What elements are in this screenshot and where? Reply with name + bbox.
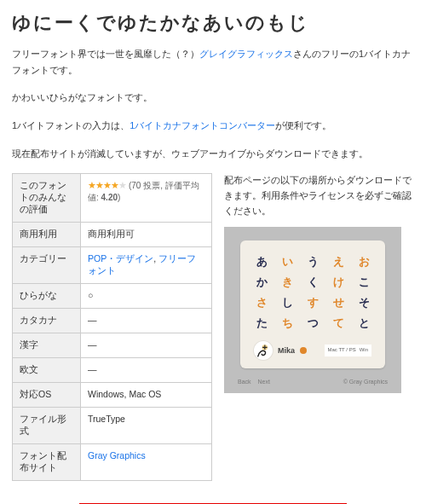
para2-pre: 1バイトフォントの入力は、: [12, 120, 130, 130]
intro-paragraph: フリーフォント界では一世を風靡した（？）グレイグラフィックスさんのフリーの1バイ…: [12, 46, 414, 78]
preview-panel: あ い う え お か き く け こ さ し す せ そ: [240, 240, 385, 368]
glyph: い: [281, 256, 293, 268]
row-value: ―: [81, 358, 212, 383]
glyph: し: [281, 297, 293, 309]
status-dot-icon: [300, 347, 307, 354]
preview-user-name: Mika: [278, 345, 295, 356]
paragraph-2: 1バイトフォントの入力は、1バイトカナフォントコンバーターが便利です。: [12, 118, 414, 134]
row-label: 商用利用: [13, 223, 81, 247]
table-row: このフォントのみんなの評価 ★★★★★ (70 投票, 評価平均値: 4.20): [13, 174, 212, 223]
row-label: カテゴリー: [13, 247, 81, 284]
avatar-row: Mika Mac TT / PSWin: [254, 341, 371, 360]
converter-link[interactable]: 1バイトカナフォントコンバーター: [130, 120, 275, 130]
glyph: と: [358, 317, 370, 329]
row-value: ○: [81, 284, 212, 309]
glyph: そ: [358, 297, 370, 309]
back-label: Back: [238, 377, 251, 386]
platform-chip: Mac TT / PSWin: [325, 345, 371, 356]
glyph: え: [332, 256, 344, 268]
row-label: カタカナ: [13, 309, 81, 333]
glyph: つ: [307, 317, 319, 329]
spec-table: このフォントのみんなの評価 ★★★★★ (70 投票, 評価平均値: 4.20)…: [12, 173, 212, 481]
intro-link[interactable]: グレイグラフィックス: [199, 49, 293, 59]
glyph: た: [256, 317, 268, 329]
row-value: ―: [81, 309, 212, 333]
glyph-grid: あ い う え お か き く け こ さ し す せ そ: [254, 256, 371, 329]
table-row: フォント配布サイト Gray Graphics: [13, 444, 212, 481]
glyph: け: [332, 276, 344, 288]
glyph: せ: [332, 297, 344, 309]
distributor-link[interactable]: Gray Graphics: [88, 450, 146, 461]
table-row: 欧文 ―: [13, 358, 212, 383]
glyph: う: [307, 256, 319, 268]
right-note: 配布ページの以下の場所からダウンロードできます。利用条件やライセンスを必ずご確認…: [224, 173, 414, 218]
table-row: ひらがな ○: [13, 284, 212, 309]
intro-pre: フリーフォント界では一世を風靡した（？）: [12, 49, 199, 59]
star-icon: ★★★★★: [88, 180, 126, 190]
font-preview-card: あ い う え お か き く け こ さ し す せ そ: [224, 227, 401, 393]
table-row: カタカナ ―: [13, 309, 212, 333]
row-value: TrueType: [81, 408, 212, 444]
table-row: 商用利用 商用利用可: [13, 223, 212, 247]
next-label: Next: [258, 377, 270, 386]
row-label: ファイル形式: [13, 408, 81, 444]
glyph: さ: [256, 297, 268, 309]
table-row: ファイル形式 TrueType: [13, 408, 212, 444]
avatar-icon: [254, 341, 273, 360]
glyph: こ: [358, 276, 370, 288]
row-label: フォント配布サイト: [13, 444, 81, 481]
table-row: カテゴリー POP・デザイン, フリーフォント: [13, 247, 212, 284]
row-value: ―: [81, 333, 212, 358]
row-label: ひらがな: [13, 284, 81, 309]
row-value: 商用利用可: [81, 223, 212, 247]
glyph: き: [281, 276, 293, 288]
category-link[interactable]: POP・デザイン: [88, 253, 153, 264]
preview-footer: Back Next © Gray Graphics: [224, 372, 401, 386]
para2-post: が便利です。: [275, 120, 331, 130]
glyph: く: [307, 276, 319, 288]
row-label: このフォントのみんなの評価: [13, 174, 81, 223]
glyph: お: [358, 256, 370, 268]
table-row: 対応OS Windows, Mac OS: [13, 383, 212, 408]
row-value: Windows, Mac OS: [81, 383, 212, 408]
row-label: 欧文: [13, 358, 81, 383]
paragraph-1: かわいいひらがなフォントです。: [12, 90, 414, 106]
glyph: あ: [256, 256, 268, 268]
page-title: ゆにーくでゆたかなあいのもじ: [12, 10, 414, 36]
glyph: か: [256, 276, 268, 288]
preview-copyright: © Gray Graphics: [343, 377, 388, 386]
table-row: 漢字 ―: [13, 333, 212, 358]
glyph: て: [332, 317, 344, 329]
paragraph-3: 現在配布サイトが消滅していますが、ウェブアーカイブからダウンロードできます。: [12, 146, 414, 162]
glyph: す: [307, 297, 319, 309]
glyph: ち: [281, 317, 293, 329]
row-label: 対応OS: [13, 383, 81, 408]
row-label: 漢字: [13, 333, 81, 358]
